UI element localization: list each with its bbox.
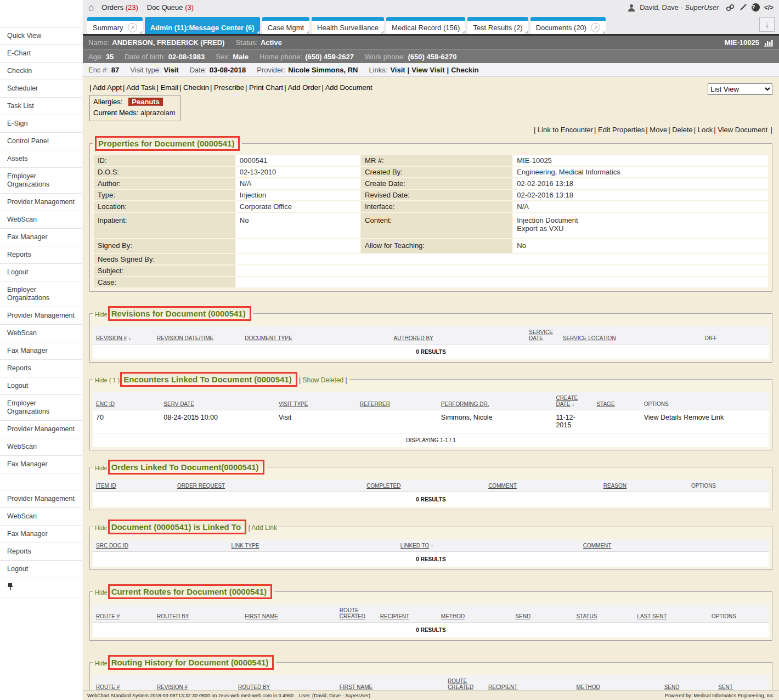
document-action-links: Link to EncounterEdit PropertiesMoveDele…	[89, 126, 772, 134]
view-visit-link[interactable]: View Visit	[411, 66, 444, 74]
patient-action-link[interactable]: Print Chart	[245, 83, 283, 92]
sidebar-item[interactable]: Logout	[0, 377, 82, 395]
sidebar-item[interactable]: Scheduler	[0, 80, 82, 98]
document-action-link[interactable]: Delete	[668, 126, 693, 134]
sidebar-item[interactable]: Employer Organizations	[0, 281, 82, 307]
home-icon[interactable]: ⌂	[88, 2, 94, 13]
sidebar-item[interactable]: Reports	[0, 543, 82, 561]
tab-medical-record[interactable]: Medical Record (156)	[386, 17, 465, 34]
hide-link[interactable]: Hide ( 1 )	[95, 377, 120, 383]
annotation-box: Properties for Document (0000541)	[95, 136, 240, 151]
sidebar-item[interactable]: Provider Management	[0, 307, 82, 325]
sidebar-item[interactable]: E-Sign	[0, 115, 82, 133]
allow-teaching-value: No	[513, 239, 768, 253]
export-vxu-link[interactable]: Export as VXU	[517, 224, 563, 233]
zero-results: 0 RESULTS	[93, 552, 769, 567]
visit-link[interactable]: Visit	[390, 66, 405, 74]
section-title: Document (0000541) is Linked To	[111, 522, 241, 532]
injection-document-link[interactable]: Injection Document	[517, 216, 578, 224]
sidebar-item[interactable]: Control Panel	[0, 133, 82, 150]
mrn-link[interactable]: MIE-10025	[517, 156, 552, 165]
link-chain-icon[interactable]	[726, 4, 735, 12]
document-action-link[interactable]: View Document	[714, 126, 767, 134]
tab-documents[interactable]: Documents (20) ↗	[530, 17, 606, 34]
patient-action-link[interactable]: Add Order	[284, 83, 320, 92]
sidebar-item[interactable]: Logout	[0, 264, 82, 281]
sidebar-item[interactable]: WebScan	[0, 325, 82, 342]
add-link-link[interactable]: Add Link	[246, 524, 277, 532]
patient-action-link[interactable]: Add Appt	[89, 83, 122, 92]
type-value: Injection	[236, 190, 360, 200]
sidebar-item[interactable]: Fax Manager	[0, 342, 82, 360]
sidebar-item[interactable]: Provider Management	[0, 421, 82, 438]
sidebar-item[interactable]: Reports	[0, 246, 82, 264]
sidebar-item[interactable]: E-Chart	[0, 45, 82, 63]
document-action-link[interactable]: Lock	[694, 126, 713, 134]
hide-link[interactable]: Hide	[95, 311, 108, 318]
hide-link[interactable]: Hide	[95, 589, 108, 596]
sidebar-item[interactable]: Reports	[0, 360, 82, 377]
documents-popout-icon[interactable]: ↗	[591, 23, 600, 32]
sidebar-item[interactable]: Logout	[0, 561, 82, 578]
sidebar-pin-item[interactable]	[0, 578, 82, 597]
tab-case-mgmt[interactable]: Case Mgmt	[262, 17, 309, 34]
current-routes-table: ROUTE # ROUTED BY FIRST NAME ROUTE CREAT…	[93, 605, 769, 637]
patient-action-link[interactable]: Add Document	[321, 83, 372, 92]
sidebar-item[interactable]	[0, 473, 82, 490]
sidebar-item[interactable]: Quick View	[0, 27, 82, 45]
sidebar-item[interactable]: Provider Management	[0, 194, 82, 211]
sidebar-item[interactable]: Assets	[0, 150, 82, 168]
summary-popout-icon[interactable]: ↗	[128, 23, 137, 32]
wand-icon[interactable]	[739, 3, 747, 12]
tab-summary[interactable]: Summary ↗	[87, 17, 143, 34]
patient-action-link[interactable]: Checkin	[179, 83, 209, 92]
sidebar-item[interactable]: Task List	[0, 98, 82, 115]
document-action-link[interactable]: Move	[646, 126, 667, 134]
document-action-link[interactable]: Link to Encounter	[534, 126, 593, 134]
show-deleted-link[interactable]: Show Deleted	[297, 376, 347, 384]
sidebar-item[interactable]: Employer Organizations	[0, 168, 82, 194]
view-mode-select[interactable]: List View	[708, 83, 772, 95]
patient-action-link[interactable]: Email	[157, 83, 179, 92]
current-meds-label-link[interactable]: Current Meds:	[93, 109, 138, 117]
sidebar-item[interactable]: Employer Organizations	[0, 395, 82, 421]
sidebar-item[interactable]: WebScan	[0, 438, 82, 456]
user-menu[interactable]: David, Dave - SuperUser	[640, 3, 719, 12]
checkin-link[interactable]: Checkin	[451, 66, 479, 74]
hide-link[interactable]: Hide	[95, 660, 108, 667]
sidebar-item[interactable]: Fax Manager	[0, 526, 82, 543]
sidebar-item[interactable]: WebScan	[0, 211, 82, 229]
patient-action-link[interactable]: Add Task	[123, 83, 156, 92]
allergy-peanuts-link[interactable]: Peanuts	[128, 98, 163, 106]
tab-health-surveillance[interactable]: Health Surveillance	[312, 17, 384, 34]
sidebar-item[interactable]: Fax Manager	[0, 456, 82, 473]
document-action-link[interactable]: Edit Properties	[594, 126, 645, 134]
patient-action-link[interactable]: Prescribe	[210, 83, 244, 92]
view-details-link[interactable]: View Details	[644, 414, 682, 421]
orders-link[interactable]: Orders (23)	[101, 3, 138, 12]
remove-link-link[interactable]: Remove Link	[684, 414, 724, 421]
tab-test-results[interactable]: Test Results (2)	[467, 17, 528, 34]
doc-queue-link[interactable]: Doc Queue (3)	[147, 3, 194, 12]
tab-admin-message-center[interactable]: Admin (11):Message Center (6)	[145, 17, 260, 34]
med-alprazolam-link[interactable]: alprazolam	[140, 109, 176, 117]
hide-link[interactable]: Hide	[95, 465, 108, 471]
created-by-link[interactable]: Engineering, Medical Informatics	[517, 168, 620, 176]
chart-tabs: Summary ↗ Admin (11):Message Center (6) …	[83, 15, 779, 36]
sidebar-item[interactable]: Provider Management	[0, 490, 82, 508]
sidebar-item[interactable]: Fax Manager	[0, 229, 82, 246]
sidebar-item[interactable]: Checkin	[0, 63, 82, 80]
sidebar-item[interactable]: WebScan	[0, 508, 82, 526]
code-icon[interactable]: </>	[764, 4, 774, 12]
hide-link[interactable]: Hide	[95, 524, 108, 531]
document-id-link[interactable]: 0000541	[240, 156, 268, 165]
sort-asc-icon: ↑	[431, 543, 433, 549]
allergies-label-link[interactable]: Allergies:	[93, 98, 122, 106]
help-icon[interactable]: ?	[752, 3, 760, 12]
encounters-table: ENC ID SERV DATE VISIT TYPE REFERRER PER…	[93, 392, 769, 447]
download-arrow-button[interactable]: ↓	[759, 17, 775, 32]
displaying-count: DISPLAYING 1-1 / 1	[93, 433, 769, 448]
annotation-box: Orders Linked To Document(0000541)	[108, 460, 264, 475]
patient-sex: Male	[233, 53, 249, 61]
chart-icon[interactable]	[764, 39, 774, 47]
